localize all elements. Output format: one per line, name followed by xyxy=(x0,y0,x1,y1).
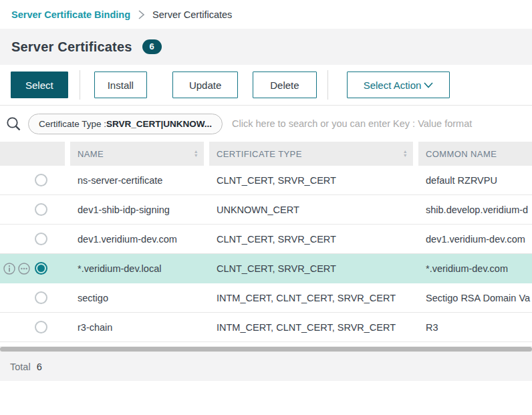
cell-name: sectigo xyxy=(70,293,204,303)
sort-icon[interactable]: ▲▼ xyxy=(403,150,408,158)
row-select-cell xyxy=(0,254,65,283)
server-certificates-page: Server Certificate Binding Server Certif… xyxy=(0,0,532,415)
update-button[interactable]: Update xyxy=(172,72,238,98)
table-row[interactable]: *.veridium-dev.local CLNT_CERT, SRVR_CER… xyxy=(0,254,532,283)
cell-common-name: shib.develop.veridium-d xyxy=(418,204,532,215)
total-label: Total xyxy=(10,362,31,372)
row-select-cell xyxy=(0,195,65,225)
sort-icon[interactable]: ▲▼ xyxy=(194,150,198,158)
select-button[interactable]: Select xyxy=(11,72,68,98)
breadcrumb-link[interactable]: Server Certificate Binding xyxy=(11,9,130,20)
table-body: ns-server-certificate CLNT_CERT, SRVR_CE… xyxy=(0,166,532,342)
filter-chip[interactable]: Certificate Type : SRVR_CERT|UNKNOW... xyxy=(28,114,223,134)
toolbar-divider xyxy=(327,70,328,100)
select-action-dropdown[interactable]: Select Action xyxy=(347,72,450,98)
row-radio[interactable] xyxy=(35,233,47,245)
delete-button[interactable]: Delete xyxy=(253,72,316,98)
cell-name: dev1.veridium-dev.com xyxy=(70,234,204,245)
cell-certificate-type: CLNT_CERT, SRVR_CERT xyxy=(209,234,413,245)
column-header-select xyxy=(0,142,65,166)
horizontal-scrollbar[interactable] xyxy=(0,346,532,352)
table-row[interactable]: ns-server-certificate CLNT_CERT, SRVR_CE… xyxy=(0,166,532,195)
table-footer: Total 6 xyxy=(0,352,532,381)
row-select-cell xyxy=(0,225,65,254)
info-icon[interactable] xyxy=(3,263,15,277)
row-radio[interactable] xyxy=(35,203,47,216)
install-button[interactable]: Install xyxy=(94,72,147,98)
chevron-right-icon xyxy=(138,10,145,19)
breadcrumb-current: Server Certificates xyxy=(152,9,232,20)
total-value: 6 xyxy=(37,362,42,372)
column-header-common-name-label: COMMON NAME xyxy=(426,149,532,159)
search-icon xyxy=(5,116,22,132)
count-badge: 6 xyxy=(142,39,162,54)
cell-common-name: Sectigo RSA Domain Va xyxy=(418,293,532,303)
cell-certificate-type: CLNT_CERT, SRVR_CERT xyxy=(209,175,413,186)
table-row[interactable]: dev1.veridium-dev.com CLNT_CERT, SRVR_CE… xyxy=(0,225,532,254)
column-header-name[interactable]: NAME ▲▼ xyxy=(70,142,204,166)
select-action-label: Select Action xyxy=(364,80,422,91)
row-select-cell xyxy=(0,166,65,195)
cell-name: ns-server-certificate xyxy=(70,175,204,186)
cell-certificate-type: INTM_CERT, CLNT_CERT, SRVR_CERT xyxy=(209,322,413,333)
row-select-cell xyxy=(0,283,65,313)
table-row[interactable]: sectigo INTM_CERT, CLNT_CERT, SRVR_CERT … xyxy=(0,283,532,313)
cell-common-name: R3 xyxy=(418,322,532,333)
cell-name: r3-chain xyxy=(70,322,204,333)
title-band: Server Certificates 6 xyxy=(0,29,532,65)
row-radio[interactable] xyxy=(35,262,47,275)
filter-chip-label: Certificate Type : xyxy=(39,119,106,129)
breadcrumb: Server Certificate Binding Server Certif… xyxy=(0,0,532,29)
column-header-common-name[interactable]: COMMON NAME xyxy=(418,142,532,166)
scrollbar-thumb[interactable] xyxy=(0,347,532,352)
cell-common-name: *.veridium-dev.com xyxy=(418,263,532,274)
ellipsis-menu-icon[interactable] xyxy=(18,263,30,277)
column-header-certificate-type-label: CERTIFICATE TYPE xyxy=(217,149,403,159)
cell-common-name: dev1.veridium-dev.com xyxy=(418,234,532,245)
search-bar: Certificate Type : SRVR_CERT|UNKNOW... xyxy=(0,106,532,142)
row-radio[interactable] xyxy=(35,321,47,333)
cell-certificate-type: INTM_CERT, CLNT_CERT, SRVR_CERT xyxy=(209,293,413,303)
cell-certificate-type: UNKNOWN_CERT xyxy=(209,204,413,215)
cell-name: dev1-shib-idp-signing xyxy=(70,204,204,215)
row-select-cell xyxy=(0,313,65,342)
toolbar: Select Install Update Delete Select Acti… xyxy=(0,65,532,106)
chevron-down-icon xyxy=(424,82,433,88)
table-row[interactable]: dev1-shib-idp-signing UNKNOWN_CERT shib.… xyxy=(0,195,532,225)
column-header-certificate-type[interactable]: CERTIFICATE TYPE ▲▼ xyxy=(209,142,413,166)
row-radio[interactable] xyxy=(35,291,47,304)
table-row[interactable]: r3-chain INTM_CERT, CLNT_CERT, SRVR_CERT… xyxy=(0,313,532,342)
cell-certificate-type: CLNT_CERT, SRVR_CERT xyxy=(209,263,413,274)
search-input[interactable] xyxy=(232,118,532,129)
column-header-name-label: NAME xyxy=(78,149,194,159)
toolbar-divider xyxy=(80,70,80,100)
filter-chip-value: SRVR_CERT|UNKNOW... xyxy=(106,119,212,129)
cell-name: *.veridium-dev.local xyxy=(70,263,204,274)
page-title: Server Certificates xyxy=(11,39,132,55)
row-radio[interactable] xyxy=(35,174,47,186)
cell-common-name: default RZRVPU xyxy=(418,175,532,186)
table-header: NAME ▲▼ CERTIFICATE TYPE ▲▼ COMMON NAME xyxy=(0,142,532,166)
